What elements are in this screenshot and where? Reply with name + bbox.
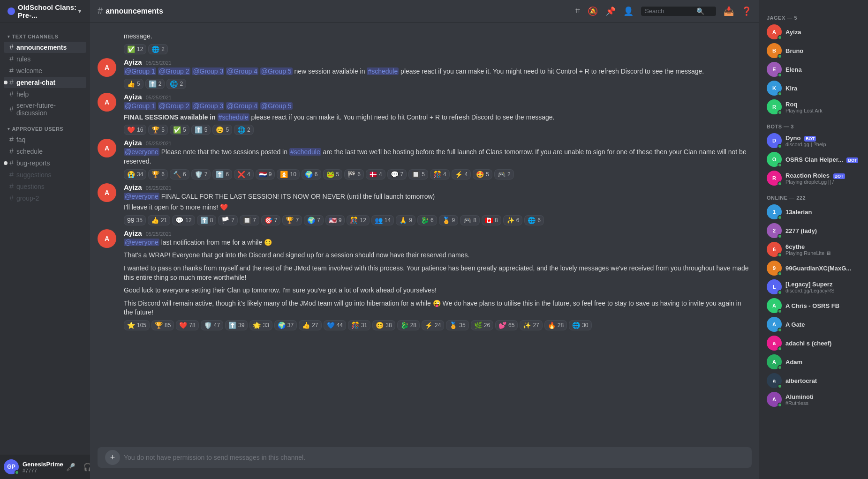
- mention[interactable]: @Group 1: [124, 67, 156, 75]
- channel-general-chat[interactable]: # general-chat: [4, 77, 86, 88]
- channel-help[interactable]: # help: [4, 89, 86, 100]
- channel-group-2[interactable]: # group-2: [4, 193, 86, 204]
- member-item-6cythe[interactable]: 6 6cythe Playing RuneLite 🖥: [763, 240, 864, 259]
- reaction[interactable]: 😭34: [124, 169, 146, 180]
- search-box[interactable]: 🔍: [641, 7, 716, 16]
- reaction[interactable]: 🛡️47: [201, 320, 223, 330]
- reaction[interactable]: 🎊4: [430, 169, 450, 180]
- channel-suggestions[interactable]: # suggestions: [4, 169, 86, 180]
- reaction[interactable]: 🏅35: [446, 320, 468, 330]
- mention[interactable]: @Group 3: [192, 102, 224, 110]
- member-item-13alerian[interactable]: 1 13alerian: [763, 202, 864, 221]
- reaction[interactable]: 🎮2: [494, 169, 514, 180]
- pin-icon[interactable]: 📌: [605, 6, 616, 16]
- reaction[interactable]: 🔲7: [240, 215, 259, 225]
- reaction[interactable]: 🎊31: [348, 320, 370, 330]
- reaction[interactable]: 🙏9: [396, 215, 415, 225]
- member-item-a-chris[interactable]: A A Chris - OSRS FB: [763, 296, 864, 315]
- section-approved-users[interactable]: ▾ Approved Users: [0, 119, 90, 134]
- reaction[interactable]: ❤️78: [176, 320, 198, 330]
- member-item-kira[interactable]: K Kira: [763, 79, 864, 97]
- reaction[interactable]: ⚡4: [452, 169, 471, 180]
- message-author[interactable]: Ayiza: [124, 58, 142, 66]
- reaction[interactable]: 🌐2: [148, 44, 168, 54]
- reaction[interactable]: 👍5: [124, 79, 143, 89]
- reaction[interactable]: 😊5: [212, 125, 232, 135]
- reaction[interactable]: 🏆7: [282, 215, 302, 225]
- mention[interactable]: @Group 5: [260, 102, 293, 110]
- reaction[interactable]: 🐉28: [397, 320, 420, 330]
- reaction[interactable]: 🌿26: [471, 320, 493, 330]
- channel-faq[interactable]: # faq: [4, 134, 86, 145]
- mention[interactable]: @everyone: [124, 193, 159, 200]
- reaction[interactable]: 🇩🇰4: [366, 169, 385, 180]
- mention[interactable]: @Group 3: [192, 67, 224, 75]
- reaction[interactable]: 9935: [124, 215, 146, 225]
- message-author[interactable]: Ayiza: [124, 139, 142, 147]
- member-item-adachi[interactable]: a adachi s (cheef): [763, 334, 864, 352]
- mention[interactable]: @Group 4: [226, 102, 258, 110]
- mute-button[interactable]: 🎤: [63, 459, 78, 474]
- member-item-adam[interactable]: A Adam: [763, 352, 864, 371]
- reaction[interactable]: ❤️16: [124, 125, 146, 135]
- member-item-roq[interactable]: R Roq Playing Lost Ark: [763, 97, 864, 116]
- chat-input[interactable]: [124, 454, 744, 461]
- mention[interactable]: @everyone: [124, 148, 159, 156]
- reaction[interactable]: 🌐6: [524, 215, 544, 225]
- reaction[interactable]: 👍27: [299, 320, 321, 330]
- mention[interactable]: @everyone: [124, 239, 159, 246]
- reaction[interactable]: ✨6: [503, 215, 523, 225]
- member-item-dyno[interactable]: D Dyno BOT discord.gg | ?help: [763, 131, 864, 150]
- channel-rules[interactable]: # rules: [4, 53, 86, 65]
- reaction[interactable]: 💙44: [324, 320, 346, 330]
- reaction[interactable]: ⬆️5: [191, 125, 211, 135]
- member-item-2277-lady[interactable]: 2 2277 (lady): [763, 221, 864, 240]
- search-input[interactable]: [645, 7, 696, 15]
- member-item-99guardian[interactable]: 9 99GuardianXC(MaxG...: [763, 259, 864, 277]
- reaction[interactable]: 🎯7: [261, 215, 281, 225]
- channel-bug-reports[interactable]: # bug-reports: [4, 157, 86, 169]
- channel-server-future-discussion[interactable]: # server-future-discussion: [4, 100, 86, 118]
- mention[interactable]: @Group 4: [226, 67, 258, 75]
- reaction[interactable]: 🇨🇦8: [482, 215, 501, 225]
- mention[interactable]: @Group 2: [158, 102, 190, 110]
- reaction[interactable]: ⚡24: [422, 320, 444, 330]
- member-item-elena[interactable]: E Elena: [763, 60, 864, 79]
- member-item-ayiza[interactable]: A Ayiza: [763, 22, 864, 41]
- reaction[interactable]: 🐉6: [417, 215, 437, 225]
- reaction[interactable]: 🏅9: [439, 215, 459, 225]
- reaction[interactable]: 🏆6: [148, 169, 168, 180]
- reaction[interactable]: 🏳️7: [218, 215, 238, 225]
- mention[interactable]: @Group 2: [158, 67, 190, 75]
- reaction[interactable]: 🌐2: [166, 79, 186, 89]
- member-item-reaction-roles[interactable]: R Reaction Roles BOT Playing droplet.gg …: [763, 169, 864, 187]
- reaction[interactable]: 🌐2: [234, 125, 254, 135]
- reaction[interactable]: 😊38: [372, 320, 395, 330]
- reaction[interactable]: 🌍37: [274, 320, 297, 330]
- member-item-aluminoti[interactable]: A Aluminoti #Ruthless: [763, 390, 864, 409]
- reaction[interactable]: 🎊12: [347, 215, 369, 225]
- reaction[interactable]: 🇳🇱9: [256, 169, 275, 180]
- member-item-bruno[interactable]: B Bruno: [763, 41, 864, 60]
- reaction[interactable]: 💬12: [172, 215, 195, 225]
- reaction[interactable]: 🎮8: [460, 215, 480, 225]
- add-attachment-button[interactable]: +: [105, 450, 120, 465]
- reaction[interactable]: 🤩5: [473, 169, 492, 180]
- reaction[interactable]: 🇺🇸9: [325, 215, 345, 225]
- channel-mention[interactable]: #schedule: [289, 148, 321, 156]
- channel-mention[interactable]: #schedule: [218, 113, 249, 121]
- member-item-osrs-clan-helper[interactable]: O OSRS Clan Helper... BOT: [763, 150, 864, 169]
- message-author[interactable]: Ayiza: [124, 229, 142, 237]
- reaction[interactable]: 🏆5: [148, 125, 168, 135]
- mention[interactable]: @Group 5: [260, 67, 293, 75]
- members-icon[interactable]: 👤: [623, 6, 634, 16]
- reaction[interactable]: 🌟33: [249, 320, 272, 330]
- reaction[interactable]: 🌍7: [304, 215, 324, 225]
- reaction[interactable]: 🔥28: [544, 320, 567, 330]
- reaction[interactable]: ❌4: [234, 169, 254, 180]
- reaction[interactable]: 🛡️7: [191, 169, 211, 180]
- reaction[interactable]: 🏆85: [151, 320, 174, 330]
- section-text-channels[interactable]: ▾ Text Channels: [0, 26, 90, 41]
- channel-announcements[interactable]: # announcements: [4, 42, 86, 53]
- reaction[interactable]: ✅12: [124, 44, 146, 54]
